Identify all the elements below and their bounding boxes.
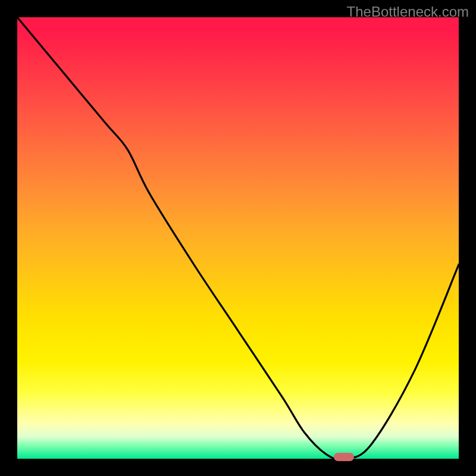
watermark-text: TheBottleneck.com <box>347 4 469 20</box>
plot-area <box>17 17 459 459</box>
bottleneck-curve <box>17 17 459 459</box>
curve-path <box>17 17 459 459</box>
optimal-marker-icon <box>334 453 354 461</box>
